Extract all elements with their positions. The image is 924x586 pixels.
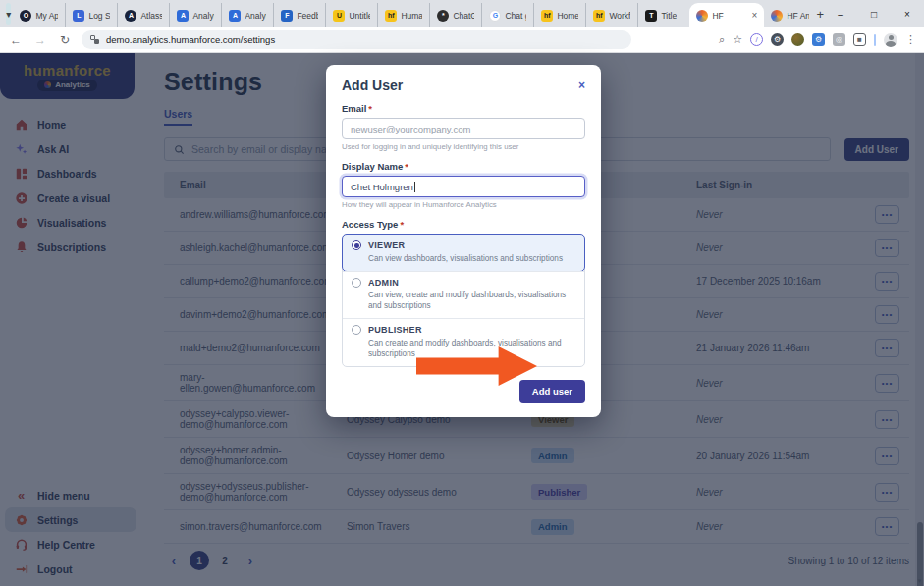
access-option-description: Can view dashboards, visualisations and … [368,253,575,264]
tab-label: Atlassi [140,11,162,21]
access-option-header: VIEWER [352,240,575,250]
tab-favicon: T [645,10,657,22]
tab-favicon [771,10,783,22]
browser-tab-home[interactable]: hfHome [533,3,585,27]
access-option-description: Can view, create and modify dashboards, … [368,290,575,311]
tab-search-button[interactable]: ▾ [6,3,11,25]
radio-icon[interactable] [352,325,361,335]
browser-window: ▾ OMy ApLLog SeAAtlassiAAnalytAAnalytFFe… [0,0,924,586]
minimize-button[interactable]: – [824,0,857,27]
tab-label: Home [557,11,578,21]
browser-tab-workf[interactable]: hfWorkf [585,3,637,27]
close-button[interactable]: × [891,0,924,27]
display-name-label: Display Name* [342,161,585,172]
access-option-description: Can create and modify dashboards, visual… [368,338,575,359]
tab-favicon: A [177,10,189,22]
tab-label: Analyt [192,11,214,21]
camera-icon[interactable]: ◎ [833,33,845,46]
tab-favicon: U [333,10,345,22]
extension-blue-gear-icon[interactable]: ⚙ [812,33,825,46]
browser-tab-feedb[interactable]: FFeedb [273,3,325,27]
back-icon[interactable]: ← [8,33,24,47]
browser-tab-untitle[interactable]: UUntitle [325,3,377,27]
tab-favicon: hf [593,10,605,22]
extension-gear-icon[interactable]: ⚙ [771,33,784,46]
tab-label: Humar [401,11,422,21]
browser-tab-chat-g[interactable]: GChat g [481,3,533,27]
tab-label: Analyt [245,11,266,21]
tab-favicon: O [20,10,31,22]
browser-tab-hf-an[interactable]: HF An [764,3,816,27]
extension-slash-icon[interactable]: / [750,33,763,46]
tab-label: Untitle [349,11,370,21]
extension-round-icon[interactable] [791,33,804,46]
tab-favicon: G [489,10,501,22]
tab-favicon: hf [541,10,553,22]
tab-label: Feedb [297,11,318,21]
window-controls: – □ × [824,0,924,27]
access-type-label: Access Type* [342,219,585,230]
toolbar-icons: ⌕ ☆ / ⚙ ⚙ ◎ ■ ⋮ [719,33,916,47]
zoom-out-icon[interactable]: ⌕ [719,33,725,46]
access-option-name: PUBLISHER [368,325,422,335]
tab-label: HF [712,11,723,21]
bookmark-star-icon[interactable]: ☆ [733,33,742,46]
email-label: Email* [342,103,585,114]
browser-tab-atlassi[interactable]: AAtlassi [117,3,169,27]
browser-tab-humar[interactable]: hfHumar [377,3,429,27]
access-option-name: VIEWER [368,240,405,250]
browser-tab-analyt[interactable]: AAnalyt [221,3,273,27]
new-tab-button[interactable]: + [816,2,824,26]
modal-add-user-button[interactable]: Add user [519,380,585,403]
tab-favicon: A [125,10,136,22]
tab-favicon [696,10,708,22]
display-name-helper-text: How they will appear in Humanforce Analy… [342,200,585,209]
email-helper-text: Used for logging in and uniquely identif… [342,142,585,151]
tab-label: Chat g [505,11,526,21]
tab-favicon: hf [385,10,397,22]
modal-close-icon[interactable]: × [578,79,585,92]
tab-favicon: * [437,10,449,22]
reload-icon[interactable]: ↻ [57,33,73,47]
tab-strip: ▾ OMy ApLLog SeAAtlassiAAnalytAAnalytFFe… [0,0,924,27]
tab-label: My Ap [35,11,58,21]
access-option-header: PUBLISHER [352,325,575,335]
access-option-header: ADMIN [352,278,575,288]
tab-close-icon[interactable]: × [752,10,758,21]
profile-avatar[interactable] [884,33,897,47]
tab-label: Log Se [88,11,110,21]
radio-icon[interactable] [352,278,361,288]
tab-favicon: F [281,10,293,22]
display-name-input[interactable]: Chet Holmgren [342,176,585,197]
toolbar-separator [874,34,876,46]
browser-tab-analyt[interactable]: AAnalyt [169,3,221,27]
tab-label: Workf [609,11,630,21]
access-option-viewer[interactable]: VIEWERCan view dashboards, visualisation… [342,234,585,272]
tab-label: ChatG [453,11,474,21]
text-caret [414,182,415,192]
browser-tab-hf[interactable]: HF× [689,3,764,27]
maximize-button[interactable]: □ [857,0,891,27]
forward-icon[interactable]: → [32,33,48,47]
browser-tab-title[interactable]: TTitle [637,3,689,27]
browser-tab-log-se[interactable]: LLog Se [65,3,117,27]
site-settings-icon[interactable] [90,35,100,45]
app-page: humanforce Analytics HomeAsk AIDashboard… [0,53,924,586]
tab-label: Title [661,11,677,21]
tab-favicon: A [229,10,241,22]
tab-favicon: L [73,10,84,22]
browser-tab-chatg[interactable]: *ChatG [429,3,481,27]
email-input[interactable]: newuser@yourcompany.com [342,118,585,139]
browser-menu-icon[interactable]: ⋮ [905,33,916,46]
modal-title: Add User [342,78,403,93]
extensions-puzzle-icon[interactable]: ■ [853,33,866,46]
radio-icon[interactable] [352,240,361,250]
access-option-name: ADMIN [368,278,399,288]
url-text: demo.analytics.humanforce.com/settings [106,34,275,45]
tab-label: HF An [787,11,809,21]
access-option-admin[interactable]: ADMINCan view, create and modify dashboa… [343,271,584,319]
browser-tab-my-ap[interactable]: OMy Ap [13,3,65,27]
browser-toolbar: ← → ↻ demo.analytics.humanforce.com/sett… [0,27,924,53]
address-bar[interactable]: demo.analytics.humanforce.com/settings [82,30,631,49]
access-type-group: VIEWERCan view dashboards, visualisation… [342,234,585,367]
